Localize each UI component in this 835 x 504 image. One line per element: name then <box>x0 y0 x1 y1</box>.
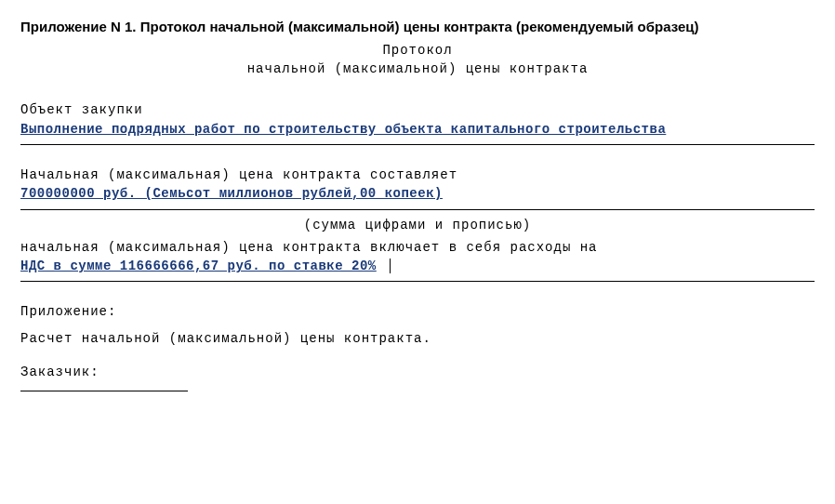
price-includes: начальная (максимальная) цена контракта … <box>20 234 815 257</box>
divider <box>20 209 815 210</box>
divider <box>20 281 815 282</box>
divider <box>20 144 815 145</box>
subtitle-line-1: Протокол <box>20 41 815 60</box>
price-value: 700000000 руб. (Семьсот миллионов рублей… <box>20 184 815 203</box>
attachment-text: Расчет начальной (максимальной) цены кон… <box>20 329 815 348</box>
signature-line <box>20 391 188 391</box>
price-note: (сумма цифрами и прописью) <box>20 216 815 234</box>
subtitle-line-2: начальной (максимальной) цены контракта <box>20 60 815 78</box>
page-title: Приложение N 1. Протокол начальной (макс… <box>20 17 815 37</box>
customer-label: Заказчик: <box>20 363 815 381</box>
text-cursor <box>390 259 391 273</box>
attachment-label: Приложение: <box>20 302 815 321</box>
price-vat: НДС в сумме 116666666,67 руб. по ставке … <box>20 259 377 273</box>
object-value: Выполнение подрядных работ по строительс… <box>20 120 815 139</box>
object-label: Объект закупки <box>20 100 815 119</box>
price-intro: Начальная (максимальная) цена контракта … <box>20 166 815 184</box>
